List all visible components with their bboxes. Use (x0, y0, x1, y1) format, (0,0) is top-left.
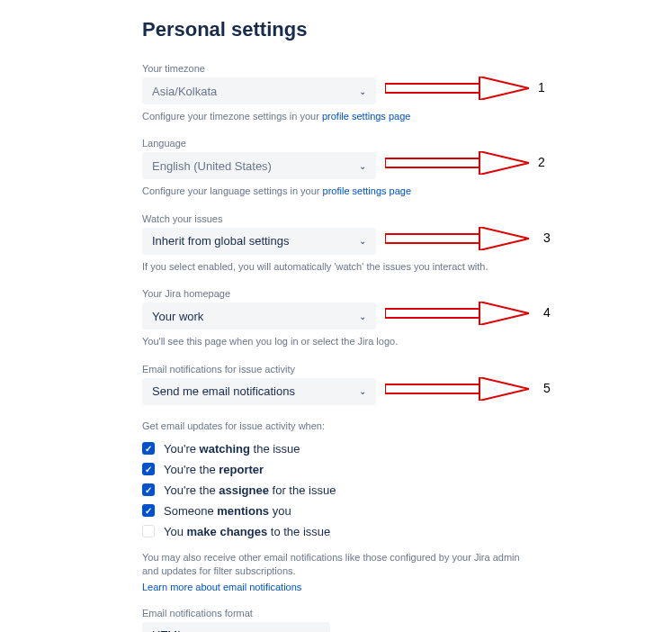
homepage-select[interactable]: Your work ⌄ (142, 302, 376, 330)
svg-marker-3 (479, 151, 529, 175)
svg-rect-4 (385, 234, 479, 243)
checkbox-label-0: You're watching the issue (164, 442, 300, 456)
annotation-arrow-1: 1 (385, 77, 529, 100)
svg-marker-5 (479, 227, 529, 250)
annotation-arrow-3: 3 (385, 227, 529, 250)
language-help: Configure your language settings in your… (142, 185, 672, 198)
annotation-number-2: 2 (538, 155, 545, 169)
timezone-profile-link[interactable]: profile settings page (322, 111, 410, 122)
checkbox-4[interactable] (142, 525, 155, 537)
svg-marker-1 (479, 77, 529, 100)
annotation-number-5: 5 (543, 381, 551, 395)
watch-value: Inherit from global settings (152, 234, 289, 248)
timezone-help: Configure your timezone settings in your… (142, 110, 672, 123)
annotation-number-1: 1 (538, 80, 545, 95)
annotation-number-4: 4 (543, 305, 551, 320)
watch-help: If you select enabled, you will automati… (142, 260, 672, 274)
checkbox-item-2: You're the assignee for the issue (142, 480, 672, 501)
language-label: Language (142, 138, 672, 149)
timezone-value: Asia/Kolkata (152, 85, 217, 98)
timezone-select[interactable]: Asia/Kolkata ⌄ (142, 77, 376, 104)
checkbox-item-3: Someone mentions you (142, 501, 672, 521)
svg-marker-9 (479, 377, 529, 401)
email-notif-value: Send me email notifications (152, 384, 295, 398)
checkbox-1[interactable] (142, 463, 155, 475)
watch-label: Watch your issues (142, 213, 672, 224)
learn-more-link[interactable]: Learn more about email notifications (142, 582, 301, 592)
annotation-number-3: 3 (543, 230, 551, 245)
chevron-down-icon: ⌄ (359, 236, 366, 246)
language-profile-link[interactable]: profile settings page (323, 185, 411, 196)
checkbox-3[interactable] (142, 504, 155, 517)
svg-rect-6 (385, 309, 479, 318)
email-footer-text: You may also receive other email notific… (142, 551, 520, 579)
page-title: Personal settings (142, 18, 672, 41)
format-select[interactable]: HTML ⌄ (142, 622, 330, 632)
format-label: Email notifications format (142, 608, 672, 618)
checkbox-0[interactable] (142, 442, 155, 455)
checkbox-item-0: You're watching the issue (142, 438, 672, 459)
checkbox-2[interactable] (142, 483, 155, 496)
email-notif-select[interactable]: Send me email notifications ⌄ (142, 378, 376, 405)
svg-rect-2 (385, 158, 479, 167)
email-checkbox-list: You're watching the issueYou're the repo… (142, 438, 672, 542)
checkbox-label-4: You make changes to the issue (164, 525, 330, 538)
homepage-value: Your work (152, 310, 203, 323)
chevron-down-icon: ⌄ (359, 86, 366, 96)
email-updates-intro: Get email updates for issue activity whe… (142, 420, 672, 433)
checkbox-label-2: You're the assignee for the issue (164, 483, 336, 497)
watch-select[interactable]: Inherit from global settings ⌄ (142, 228, 376, 255)
homepage-help: You'll see this page when you log in or … (142, 335, 672, 348)
svg-rect-8 (385, 384, 479, 393)
svg-marker-7 (479, 302, 529, 325)
homepage-label: Your Jira homepage (142, 288, 672, 299)
email-notif-label: Email notifications for issue activity (142, 364, 672, 375)
timezone-label: Your timezone (142, 63, 672, 74)
chevron-down-icon: ⌄ (359, 311, 366, 321)
format-value: HTML (152, 628, 184, 632)
checkbox-label-3: Someone mentions you (164, 504, 291, 518)
annotation-arrow-5: 5 (385, 377, 529, 401)
annotation-arrow-2: 2 (385, 151, 529, 175)
annotation-arrow-4: 4 (385, 302, 529, 325)
language-select[interactable]: English (United States) ⌄ (142, 152, 376, 179)
checkbox-item-4: You make changes to the issue (142, 521, 672, 542)
checkbox-item-1: You're the reporter (142, 459, 672, 480)
svg-rect-0 (385, 84, 479, 93)
chevron-down-icon: ⌄ (359, 161, 366, 171)
checkbox-label-1: You're the reporter (164, 463, 264, 476)
chevron-down-icon: ⌄ (359, 386, 366, 396)
language-value: English (United States) (152, 159, 272, 173)
